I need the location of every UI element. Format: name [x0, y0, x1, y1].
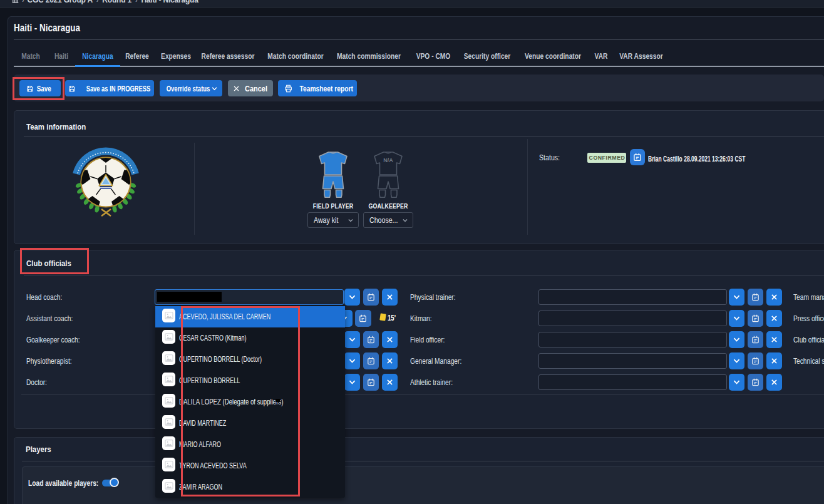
- svg-text:N/A: N/A: [383, 157, 393, 163]
